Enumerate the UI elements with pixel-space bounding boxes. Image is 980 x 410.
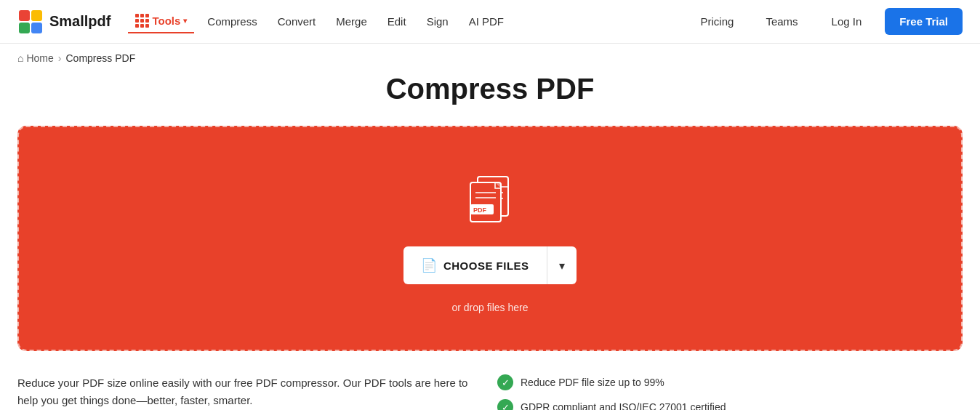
main-content: Compress PDF PDF (0, 73, 980, 410)
pdf-illustration: PDF (457, 171, 523, 229)
svg-rect-1 (19, 10, 30, 21)
free-trial-button[interactable]: Free Trial (885, 8, 963, 35)
nav-merge[interactable]: Merge (326, 0, 377, 44)
nav-aipdf[interactable]: AI PDF (459, 0, 514, 44)
breadcrumb-home[interactable]: ⌂ Home (17, 52, 54, 64)
header: Smallpdf Tools ▾ Compress Convert Merge … (0, 0, 980, 44)
choose-files-label: CHOOSE FILES (443, 260, 529, 272)
logo-text: Smallpdf (49, 13, 111, 30)
choose-files-dropdown[interactable]: ▾ (547, 246, 577, 284)
nav-compress[interactable]: Compress (197, 0, 267, 44)
svg-rect-4 (31, 23, 42, 33)
breadcrumb: ⌂ Home › Compress PDF (0, 44, 980, 73)
page-title: Compress PDF (17, 73, 963, 105)
login-button[interactable]: Log In (820, 9, 874, 33)
grid-icon (135, 14, 149, 28)
feature-item: ✓ Reduce PDF file size up to 99% (497, 374, 963, 390)
file-upload-icon: 📄 (421, 257, 438, 273)
logo[interactable]: Smallpdf (17, 9, 111, 35)
breadcrumb-current: Compress PDF (66, 52, 136, 64)
drop-hint: or drop files here (451, 302, 528, 313)
logo-icon (17, 9, 44, 35)
feature-text-2: GDPR compliant and ISO/IEC 27001 certifi… (521, 401, 726, 410)
pdf-icon: PDF (457, 171, 523, 229)
main-nav: Compress Convert Merge Edit Sign AI PDF (197, 0, 514, 44)
description-text: Reduce your PDF size online easily with … (17, 374, 468, 410)
bottom-section: Reduce your PDF size online easily with … (17, 374, 963, 410)
choose-files-main: 📄 CHOOSE FILES (403, 246, 547, 284)
svg-text:PDF: PDF (473, 206, 487, 214)
nav-teams[interactable]: Teams (755, 0, 808, 44)
feature-text-1: Reduce PDF file size up to 99% (521, 377, 664, 388)
nav-right: Pricing Teams Log In Free Trial (691, 0, 963, 44)
svg-rect-2 (31, 10, 42, 21)
feature-item: ✓ GDPR compliant and ISO/IEC 27001 certi… (497, 399, 963, 410)
features-list: ✓ Reduce PDF file size up to 99% ✓ GDPR … (497, 374, 963, 410)
check-icon: ✓ (497, 374, 513, 390)
nav-sign[interactable]: Sign (417, 0, 459, 44)
choose-files-button[interactable]: 📄 CHOOSE FILES ▾ (403, 246, 576, 284)
tools-button[interactable]: Tools ▾ (128, 9, 194, 33)
nav-edit[interactable]: Edit (377, 0, 417, 44)
chevron-down-icon: ▾ (183, 17, 187, 25)
home-icon: ⌂ (17, 52, 23, 64)
dropdown-chevron-icon: ▾ (559, 259, 565, 273)
tools-label: Tools (152, 15, 180, 27)
check-icon: ✓ (497, 399, 513, 410)
svg-rect-3 (19, 23, 30, 33)
breadcrumb-home-label: Home (26, 52, 53, 64)
dropzone[interactable]: PDF 📄 CHOOSE FILES ▾ or drop files here (17, 126, 963, 351)
nav-pricing[interactable]: Pricing (691, 0, 744, 44)
nav-convert[interactable]: Convert (268, 0, 326, 44)
breadcrumb-separator: › (58, 52, 62, 64)
